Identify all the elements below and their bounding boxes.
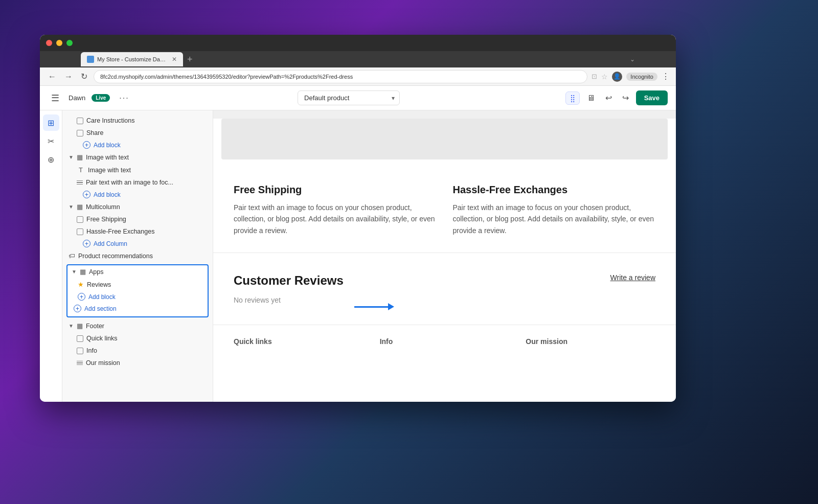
footer-grid-icon: ▦ bbox=[77, 322, 83, 330]
new-tab-button[interactable]: + bbox=[183, 54, 197, 65]
minimize-button[interactable] bbox=[56, 40, 62, 46]
add-column-button[interactable]: + Add Column bbox=[62, 238, 213, 249]
apps-label: Apps bbox=[89, 268, 203, 276]
save-button[interactable]: Save bbox=[636, 90, 668, 105]
add-block-1-button[interactable]: + Add block bbox=[62, 139, 213, 151]
more-options-button[interactable]: ··· bbox=[116, 93, 132, 104]
tree-item-care-instructions[interactable]: Care Instructions bbox=[62, 114, 213, 127]
footer-preview: Quick links Info Our mission bbox=[213, 325, 676, 358]
title-bar bbox=[40, 35, 676, 51]
share-label: Share bbox=[86, 129, 207, 136]
tab-overflow[interactable]: ⌄ bbox=[630, 56, 635, 63]
apps-icon-button[interactable]: ⊕ bbox=[43, 151, 59, 168]
themes-icon-button[interactable]: ✂ bbox=[43, 133, 59, 149]
tree-item-hassle-free[interactable]: Hassle-Free Exchanges bbox=[62, 225, 213, 238]
hassle-free-body: Pair text with an image to focus on your… bbox=[453, 202, 656, 236]
share-empty-box-icon bbox=[77, 130, 83, 136]
menu-icon[interactable]: ⋮ bbox=[662, 72, 670, 81]
multicolumn-icon: ▦ bbox=[77, 153, 83, 161]
reviews-star-icon: ★ bbox=[78, 281, 84, 288]
tree-item-image-with-text-child[interactable]: T Image with text bbox=[62, 164, 213, 176]
footer-label: Footer bbox=[86, 323, 207, 330]
pair-text-label: Pair text with an image to foc... bbox=[86, 179, 207, 186]
active-tab[interactable]: My Store - Customize Dawn · S ✕ bbox=[81, 52, 183, 66]
desktop-preview-button[interactable]: 🖥 bbox=[584, 91, 598, 105]
address-input[interactable] bbox=[94, 70, 587, 83]
sidebar-tree: Care Instructions Share + Add block ▼ ▦ … bbox=[62, 110, 213, 402]
tree-item-pair-text[interactable]: Pair text with an image to foc... bbox=[62, 176, 213, 189]
tree-item-share[interactable]: Share bbox=[62, 127, 213, 139]
tree-item-reviews[interactable]: ★ Reviews bbox=[67, 278, 208, 291]
toolbar-center: Default product Custom product bbox=[139, 90, 559, 105]
product-tag-icon: 🏷 bbox=[69, 252, 75, 260]
reviews-label: Reviews bbox=[87, 281, 203, 288]
tree-item-quick-links[interactable]: Quick links bbox=[62, 332, 213, 345]
hassle-free-col: Hassle-Free Exchanges Pair text with an … bbox=[453, 184, 656, 236]
refresh-button[interactable]: ↻ bbox=[79, 71, 89, 82]
hassle-free-label: Hassle-Free Exchanges bbox=[86, 228, 207, 235]
sidebar-toggle-button[interactable]: ☰ bbox=[48, 90, 62, 106]
customer-reviews-section: Customer Reviews No reviews yet Write a … bbox=[213, 253, 676, 325]
tree-item-footer-parent[interactable]: ▼ ▦ Footer bbox=[62, 319, 213, 332]
care-instructions-label: Care Instructions bbox=[86, 117, 207, 124]
undo-button[interactable]: ↩ bbox=[602, 91, 615, 105]
live-badge: Live bbox=[92, 94, 110, 102]
preview-select[interactable]: Default product Custom product bbox=[298, 90, 400, 105]
tree-item-free-shipping[interactable]: Free Shipping bbox=[62, 213, 213, 225]
footer-col-2: Info bbox=[380, 337, 510, 346]
our-mission-label: Our mission bbox=[86, 359, 207, 366]
profile-icon: 👤 bbox=[612, 72, 622, 82]
add-column-icon: + bbox=[83, 240, 90, 247]
back-button[interactable]: ← bbox=[46, 71, 58, 82]
tab-favicon bbox=[87, 56, 94, 63]
image-with-text-parent-label: Image with text bbox=[86, 154, 207, 161]
empty-box-icon bbox=[77, 118, 83, 124]
two-column-section: Free Shipping Pair text with an image to… bbox=[213, 168, 676, 253]
no-reviews-text: No reviews yet bbox=[234, 296, 655, 304]
footer-col-3: Our mission bbox=[526, 337, 655, 346]
expand-chevron-icon: ▼ bbox=[69, 154, 74, 160]
forward-button[interactable]: → bbox=[62, 71, 75, 82]
reader-icon: ⊡ bbox=[592, 73, 597, 80]
tree-item-image-with-text-parent[interactable]: ▼ ▦ Image with text bbox=[62, 151, 213, 164]
add-block-2-icon: + bbox=[83, 191, 90, 198]
info-label: Info bbox=[86, 347, 207, 354]
add-block-apps-button[interactable]: + Add block bbox=[67, 291, 208, 303]
toolbar-right: ⣿ 🖥 ↩ ↪ Save bbox=[565, 90, 668, 105]
quick-links-box-icon bbox=[77, 335, 83, 342]
tree-item-multicolumn-parent[interactable]: ▼ ▦ Multicolumn bbox=[62, 200, 213, 213]
write-review-link[interactable]: Write a review bbox=[610, 273, 655, 282]
add-block-2-button[interactable]: + Add block bbox=[62, 189, 213, 200]
footer-columns: Quick links Info Our mission bbox=[234, 337, 655, 346]
sections-icon-button[interactable]: ⊞ bbox=[43, 114, 59, 131]
add-section-button[interactable]: + Add section bbox=[67, 303, 208, 316]
add-block-apps-icon: + bbox=[78, 293, 85, 301]
tree-item-our-mission[interactable]: Our mission bbox=[62, 357, 213, 369]
tree-item-info[interactable]: Info bbox=[62, 345, 213, 357]
main-content-area: Free Shipping Pair text with an image to… bbox=[213, 110, 676, 402]
redo-button[interactable]: ↪ bbox=[619, 91, 632, 105]
image-with-text-child-label: Image with text bbox=[88, 167, 207, 174]
our-mission-lines-icon bbox=[77, 361, 83, 365]
content-frame: Free Shipping Pair text with an image to… bbox=[213, 119, 676, 402]
add-block-2-label: Add block bbox=[94, 191, 121, 198]
product-recommendations-label: Product recommendations bbox=[78, 253, 207, 260]
footer-chevron-icon: ▼ bbox=[69, 323, 74, 329]
apps-section: ▼ ▦ Apps ★ Reviews + Add block bbox=[66, 264, 209, 317]
title-icon: T bbox=[77, 166, 85, 174]
hassle-free-title: Hassle-Free Exchanges bbox=[453, 184, 656, 196]
address-bar: ← → ↻ ⊡ ☆ 👤 Incognito ⋮ bbox=[40, 67, 676, 86]
multicolumn-parent-label: Multicolumn bbox=[86, 203, 207, 211]
tree-item-apps-parent[interactable]: ▼ ▦ Apps bbox=[67, 265, 208, 278]
tree-item-product-recommendations[interactable]: 🏷 Product recommendations bbox=[62, 249, 213, 262]
apps-chevron-icon: ▼ bbox=[72, 269, 77, 274]
grid-view-button[interactable]: ⣿ bbox=[565, 91, 580, 105]
bookmark-icon[interactable]: ☆ bbox=[601, 73, 608, 81]
theme-name: Dawn bbox=[69, 94, 85, 102]
editor-toolbar: ☰ Dawn Live ··· Default product Custom p… bbox=[40, 86, 676, 110]
fullscreen-button[interactable] bbox=[66, 40, 73, 46]
free-shipping-col: Free Shipping Pair text with an image to… bbox=[234, 184, 437, 236]
close-button[interactable] bbox=[46, 40, 52, 46]
multicolumn-chevron-icon: ▼ bbox=[69, 204, 74, 210]
tab-close-icon[interactable]: ✕ bbox=[172, 56, 177, 63]
